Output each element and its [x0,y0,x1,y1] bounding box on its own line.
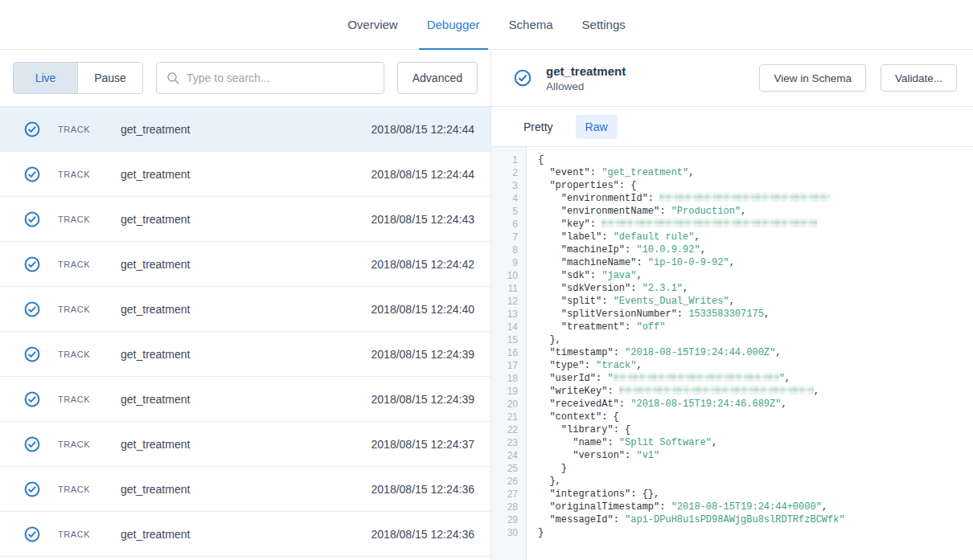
code-line: "timestamp": "2018-08-15T19:24:44.000Z", [538,346,973,359]
event-list-row[interactable]: TRACKget_treatment2018/08/15 12:24:42 [0,242,491,287]
event-name: get_treatment [121,213,372,226]
json-key: "machineIp" [561,244,625,255]
event-timestamp: 2018/08/15 12:24:44 [372,123,474,136]
code-line: "version": "v1" [538,449,973,462]
check-circle-icon [24,436,40,452]
event-timestamp: 2018/08/15 12:24:36 [372,528,474,541]
event-name: get_treatment [121,483,372,496]
check-circle-icon [24,481,40,497]
json-string: "get_treatment" [601,167,688,178]
view-in-schema-button[interactable]: View in Schema [759,64,866,92]
check-circle-icon [24,391,40,407]
json-string: " [779,373,785,384]
json-punct: , [700,244,706,255]
json-punct: : [659,206,671,217]
line-number: 8 [491,243,526,256]
raw-json-viewer[interactable]: 1234567891011121314151617181920212223242… [491,147,973,560]
json-key: "writeKey" [549,386,607,397]
event-list-row[interactable]: TRACKget_treatment2018/08/15 12:24:39 [0,377,491,422]
tab-settings[interactable]: Settings [581,0,627,49]
event-type-label: TRACK [58,125,121,134]
event-list-row[interactable]: TRACKget_treatment2018/08/15 12:24:40 [0,287,491,332]
json-punct [538,270,561,281]
code-line: "name": "Split Software", [538,436,973,449]
json-punct [538,437,573,448]
event-list-row[interactable]: TRACKget_treatment2018/08/15 12:24:36 [0,512,491,557]
event-name: get_treatment [121,348,372,361]
tab-raw[interactable]: Raw [576,115,618,139]
line-number: 23 [491,436,526,449]
code-line: "messageId": "api-DPuH8u1sPD98AWjgBu8slR… [538,513,973,526]
json-string: "2018-08-15T19:24:44+0000" [671,501,822,513]
json-punct [538,296,561,307]
event-list-row[interactable]: TRACKget_treatment2018/08/15 12:24:44 [0,107,491,152]
json-punct [538,180,549,191]
json-string: "v1" [636,450,659,461]
json-string: "java" [601,270,636,281]
event-title: get_treatment [546,64,745,78]
code-line: "sdk": "java", [538,269,973,282]
json-punct [538,321,561,333]
event-list-row[interactable]: TRACKget_treatment2018/08/15 12:24:37 [0,422,491,467]
tab-schema[interactable]: Schema [507,0,555,49]
json-punct [538,231,561,243]
json-punct: : [601,231,613,243]
line-number: 19 [491,385,526,398]
event-list: TRACKget_treatment2018/08/15 12:24:44TRA… [0,107,491,560]
json-punct [538,309,561,320]
json-punct: }, [538,476,561,487]
tab-overview[interactable]: Overview [346,0,400,49]
check-circle-icon [24,301,40,317]
pause-button[interactable]: Pause [78,63,142,93]
live-button[interactable]: Live [14,63,78,93]
check-circle-icon [24,346,40,362]
tab-pretty[interactable]: Pretty [514,115,563,139]
line-number: 20 [491,398,526,411]
event-list-row[interactable]: TRACKget_treatment2018/08/15 12:24:43 [0,197,491,242]
check-circle-icon [24,166,40,182]
json-string: "Production" [671,206,741,217]
json-string: "2018-08-15T19:24:44.000Z" [625,347,775,358]
json-punct [538,360,549,371]
search-icon [166,72,179,84]
event-timestamp: 2018/08/15 12:24:40 [372,303,474,316]
advanced-button[interactable]: Advanced [397,62,478,94]
json-punct: : [590,219,601,230]
event-name: get_treatment [121,168,372,181]
json-punct [538,450,573,461]
json-punct: : {}, [630,488,659,500]
redacted-value [619,386,814,394]
line-number: 17 [491,359,526,372]
json-punct: , [712,437,717,448]
check-circle-icon [24,121,40,137]
tab-debugger[interactable]: Debugger [425,0,482,49]
event-timestamp: 2018/08/15 12:24:39 [372,393,474,406]
json-punct: : [659,501,671,513]
event-type-label: TRACK [58,394,121,404]
json-punct: : [625,450,636,461]
code-line: "treatment": "off" [538,321,973,333]
line-number: 10 [491,269,526,282]
json-punct [538,167,549,178]
json-punct [538,206,561,217]
line-number: 18 [491,372,526,385]
code-line: "context": { [538,411,973,423]
event-type-label: TRACK [58,349,121,359]
event-list-row[interactable]: TRACKget_treatment2018/08/15 12:24:44 [0,152,491,197]
search-box[interactable] [156,62,384,94]
event-timestamp: 2018/08/15 12:24:39 [372,348,474,361]
json-key: "timestamp" [549,347,613,358]
json-punct: , [741,206,746,217]
event-list-row[interactable]: TRACKget_treatment2018/08/15 12:24:39 [0,332,491,377]
code-line: "machineIp": "10.0.9.92", [538,243,973,256]
json-punct [538,386,549,397]
json-punct: }, [538,334,561,345]
event-list-row[interactable]: TRACKget_treatment2018/08/15 12:24:36 [0,467,491,512]
validate-button[interactable]: Validate... [881,64,957,92]
json-punct [538,219,561,230]
json-key: "splitVersionNumber" [561,309,677,320]
json-punct: , [683,283,688,294]
event-timestamp: 2018/08/15 12:24:36 [372,483,474,496]
json-punct [538,411,549,423]
search-input[interactable] [187,72,374,84]
